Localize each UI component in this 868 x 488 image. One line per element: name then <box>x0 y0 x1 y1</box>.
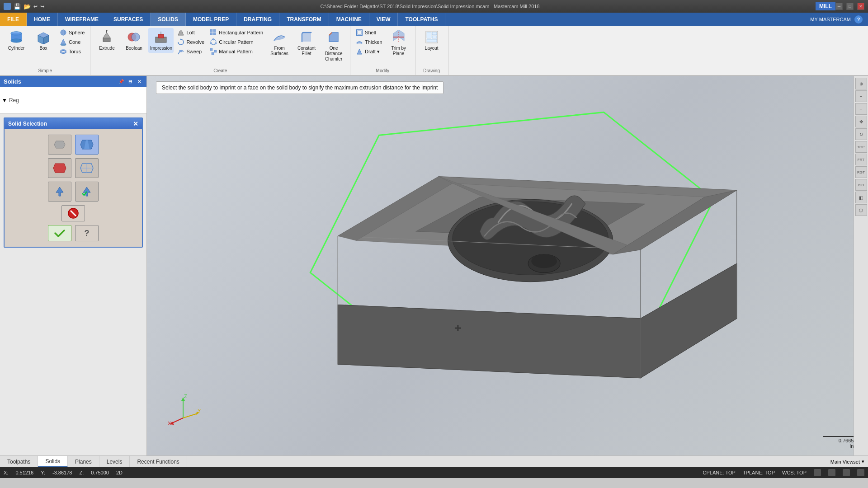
maximize-btn[interactable]: □ <box>846 3 854 10</box>
circular-pattern-button[interactable]: Circular Pattern <box>208 38 265 47</box>
panel-close-btn[interactable]: ✕ <box>136 78 143 85</box>
zoom-out-button[interactable]: − <box>855 103 867 115</box>
svg-text:Y: Y <box>198 408 201 413</box>
tab-planes[interactable]: Planes <box>68 456 99 467</box>
svg-rect-20 <box>158 34 164 38</box>
view-top-button[interactable]: TOP <box>855 141 867 153</box>
quick-access-redo[interactable]: ↪ <box>40 4 44 9</box>
layout-button[interactable]: Layout <box>419 28 444 53</box>
quick-access-open[interactable]: 📂 <box>24 3 31 10</box>
help-button[interactable]: ? <box>75 225 99 241</box>
wireframe-toggle-button[interactable]: ⬡ <box>855 204 867 216</box>
svg-line-82 <box>171 418 183 423</box>
manual-pattern-button[interactable]: Manual Pattern <box>208 47 265 56</box>
ok-button[interactable] <box>48 225 71 241</box>
trim-by-plane-button[interactable]: Trim by Plane <box>386 28 411 58</box>
dialog-close-button[interactable]: ✕ <box>133 120 138 127</box>
zoom-in-button[interactable]: + <box>855 90 867 102</box>
create-small-group-2: Rectangular Pattern Circular Pattern <box>208 28 265 56</box>
check-arrow-icon <box>80 184 94 199</box>
loft-button[interactable]: Loft <box>175 28 206 37</box>
tab-view[interactable]: VIEW <box>369 13 398 26</box>
impression-button[interactable]: Impression <box>148 28 174 53</box>
tab-file[interactable]: FILE <box>0 13 27 26</box>
select-check-arrow-button[interactable] <box>75 182 99 202</box>
select-solid-red-button[interactable] <box>48 158 71 178</box>
dialog-btn-row-2 <box>48 158 99 178</box>
svg-point-2 <box>11 39 22 42</box>
status-x-label: X: <box>4 470 8 475</box>
sphere-button[interactable]: Sphere <box>58 28 86 37</box>
window-title: C:\Shared Folder Delgatto\ST 2018\Solid … <box>44 4 816 9</box>
view-right-button[interactable]: RGT <box>855 166 867 178</box>
panel-dock-btn[interactable]: ⊟ <box>127 78 134 85</box>
dialog-ok-help-row: ? <box>48 225 99 241</box>
svg-rect-24 <box>179 50 182 52</box>
torus-button[interactable]: Torus <box>58 47 86 56</box>
extrude-label: Extrude <box>99 46 114 51</box>
view-iso-button[interactable]: ISO <box>855 179 867 191</box>
select-wireframe-button[interactable] <box>75 158 99 178</box>
tab-solids[interactable]: SOLIDS <box>151 13 186 26</box>
cone-button[interactable]: Cone <box>58 38 86 47</box>
svg-text:Z: Z <box>184 394 187 399</box>
tab-drafting[interactable]: DRAFTING <box>236 13 279 26</box>
cylinder-button[interactable]: Cylinder <box>4 28 29 53</box>
svg-marker-14 <box>103 33 110 38</box>
my-mastercam[interactable]: MY MASTERCAM ? <box>810 13 868 26</box>
solid-red-icon <box>52 161 67 175</box>
shell-label: Shell <box>365 30 376 35</box>
box-button[interactable]: Box <box>31 28 56 53</box>
extrude-button[interactable]: Extrude <box>94 28 119 53</box>
tab-home[interactable]: HOME <box>27 13 58 26</box>
viewset-dropdown-icon[interactable]: ▾ <box>862 459 864 465</box>
from-surfaces-button[interactable]: From Surfaces <box>267 28 292 58</box>
status-wcs[interactable]: WCS: TOP <box>782 470 807 475</box>
pan-button[interactable]: ✥ <box>855 116 867 127</box>
minimize-btn[interactable]: ─ <box>835 3 843 10</box>
boolean-label: Boolean <box>126 46 142 51</box>
viewset-label[interactable]: Main Viewset <box>830 459 860 465</box>
revolve-button[interactable]: Revolve <box>175 38 206 47</box>
tab-machine[interactable]: MACHINE <box>329 13 369 26</box>
panel-pin-btn[interactable]: 📌 <box>118 78 125 85</box>
quick-access-undo[interactable]: ↩ <box>33 4 38 9</box>
chamfer-button[interactable]: One Distance Chamfer <box>321 28 346 64</box>
boolean-button[interactable]: Boolean <box>121 28 146 53</box>
draft-button[interactable]: Draft ▾ <box>354 47 384 56</box>
view-front-button[interactable]: FRT <box>855 154 867 165</box>
tab-wireframe[interactable]: WIREFRAME <box>58 13 106 26</box>
quick-access-save[interactable]: 💾 <box>14 3 21 10</box>
rotate-button[interactable]: ↻ <box>855 128 867 140</box>
tree-expand-icon[interactable]: ▼ <box>2 97 7 103</box>
no-selection-button[interactable] <box>61 205 85 221</box>
thicken-button[interactable]: Thicken <box>354 38 384 47</box>
viewport[interactable]: Select the solid body to imprint or a fa… <box>147 76 868 455</box>
zoom-fit-button[interactable]: ⊕ <box>855 78 867 89</box>
from-surfaces-icon <box>272 30 287 44</box>
rectangular-pattern-button[interactable]: Rectangular Pattern <box>208 28 265 37</box>
app-name-badge: MILL <box>816 2 835 10</box>
constant-fillet-button[interactable]: Constant Fillet <box>294 28 319 58</box>
tab-toolpaths[interactable]: TOOLPATHS <box>398 13 445 26</box>
tab-model-prep[interactable]: MODEL PREP <box>186 13 236 26</box>
tab-transform[interactable]: TRANSFORM <box>279 13 329 26</box>
tab-solids-bottom[interactable]: Solids <box>38 456 68 467</box>
tab-surfaces[interactable]: SURFACES <box>106 13 151 26</box>
select-arrow-up-button[interactable] <box>48 182 71 202</box>
shell-button[interactable]: Shell <box>354 28 384 37</box>
tab-recent-functions[interactable]: Recent Functions <box>130 456 187 467</box>
tab-toolpaths[interactable]: Toolpaths <box>0 456 38 467</box>
shading-button[interactable]: ◧ <box>855 192 867 203</box>
tab-levels[interactable]: Levels <box>99 456 130 467</box>
status-x-value: 0.51216 <box>15 470 33 475</box>
status-tplane[interactable]: TPLANE: TOP <box>743 470 775 475</box>
status-2d-mode[interactable]: 2D <box>116 470 123 475</box>
select-solid-blue-button[interactable] <box>75 135 99 155</box>
help-icon[interactable]: ? <box>854 15 863 23</box>
select-solid-grey-button[interactable] <box>48 135 71 155</box>
sweep-button[interactable]: Sweep <box>175 47 206 56</box>
status-cplane[interactable]: CPLANE: TOP <box>703 470 736 475</box>
close-btn[interactable]: ✕ <box>857 3 864 10</box>
tree-item-label: Reg <box>9 97 19 103</box>
